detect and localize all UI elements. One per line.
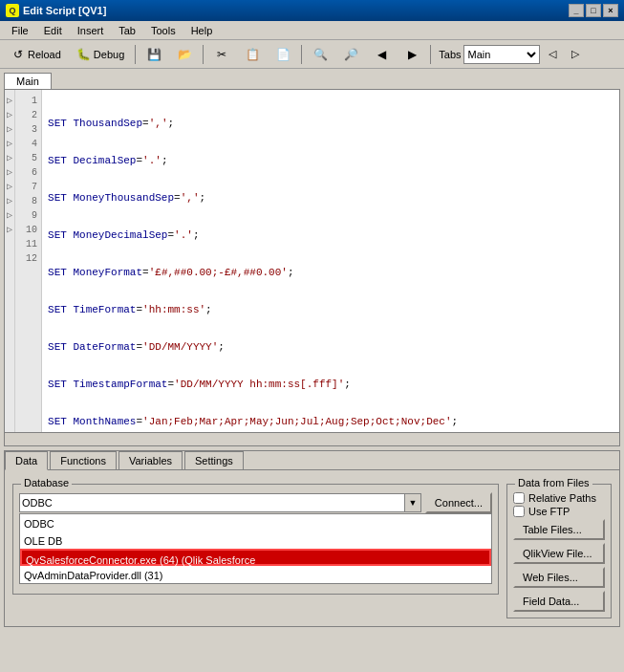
tab-nav-right[interactable]: ▷ bbox=[565, 43, 586, 66]
code-line-9: SET MonthNames='Jan;Feb;Mar;Apr;May;Jun;… bbox=[48, 415, 613, 429]
data-from-files-section: Data from Files Relative Paths Use FTP T… bbox=[506, 478, 612, 618]
linenum-5: 5 bbox=[19, 151, 37, 165]
maximize-button[interactable]: □ bbox=[586, 4, 601, 17]
arrow-8: ▷ bbox=[7, 194, 12, 208]
code-line-3: SET MoneyThousandSep=','; bbox=[48, 191, 613, 206]
files-buttons: Table Files... QlikView File... Web File… bbox=[513, 519, 605, 612]
use-ftp-row: Use FTP bbox=[513, 506, 605, 517]
database-title: Database bbox=[21, 477, 72, 488]
db-option-oledb[interactable]: OLE DB bbox=[20, 531, 491, 549]
debug-label: Debug bbox=[94, 49, 124, 60]
tab-nav-left[interactable]: ◁ bbox=[542, 43, 563, 66]
use-ftp-label: Use FTP bbox=[528, 506, 570, 517]
reload-button[interactable]: ↺ Reload bbox=[4, 43, 68, 66]
horizontal-scrollbar[interactable] bbox=[4, 433, 620, 446]
script-editor[interactable]: ▷ ▷ ▷ ▷ ▷ ▷ ▷ ▷ ▷ ▷ 1 2 3 4 5 6 7 bbox=[4, 89, 620, 433]
tab-settings[interactable]: Settings bbox=[184, 451, 244, 469]
menu-insert[interactable]: Insert bbox=[70, 23, 112, 38]
tab-nav-right-icon: ▷ bbox=[571, 48, 579, 60]
linenum-1: 1 bbox=[19, 94, 37, 108]
connect-button[interactable]: Connect... bbox=[425, 492, 492, 513]
db-current-value: ODBC bbox=[20, 497, 420, 509]
open-icon: 📂 bbox=[177, 47, 192, 62]
menu-file[interactable]: File bbox=[4, 23, 36, 38]
paste-button[interactable]: 📄 bbox=[269, 43, 297, 66]
debug-button[interactable]: 🐛 Debug bbox=[70, 43, 131, 66]
tab-functions[interactable]: Functions bbox=[50, 451, 117, 469]
field-data-button[interactable]: Field Data... bbox=[513, 591, 605, 612]
menu-tools[interactable]: Tools bbox=[143, 23, 183, 38]
linenum-8: 8 bbox=[19, 194, 37, 208]
close-button[interactable]: × bbox=[603, 4, 618, 17]
arrow-10: ▷ bbox=[7, 223, 12, 237]
main-area: Main ▷ ▷ ▷ ▷ ▷ ▷ ▷ ▷ ▷ ▷ 1 2 bbox=[0, 69, 624, 631]
minimize-button[interactable]: _ bbox=[569, 4, 584, 17]
title-text: Edit Script [QV1] bbox=[23, 5, 106, 16]
reload-label: Reload bbox=[28, 49, 61, 60]
copy-icon: 📋 bbox=[245, 47, 260, 62]
code-line-7: SET DateFormat='DD/MM/YYYY'; bbox=[48, 340, 613, 355]
tab-data[interactable]: Data bbox=[5, 451, 48, 470]
linenum-3: 3 bbox=[19, 122, 37, 137]
web-files-button[interactable]: Web Files... bbox=[513, 567, 605, 588]
linenum-2: 2 bbox=[19, 108, 37, 122]
nav-back-icon: ◀ bbox=[374, 47, 389, 62]
code-line-5: SET MoneyFormat='£#,##0.00;-£#,##0.00'; bbox=[48, 266, 613, 280]
qlikview-file-button[interactable]: QlikView File... bbox=[513, 543, 605, 564]
tab-nav-left-icon: ◁ bbox=[549, 48, 556, 60]
find-replace-button[interactable]: 🔎 bbox=[336, 43, 365, 66]
paste-icon: 📄 bbox=[275, 47, 290, 62]
db-dropdown-list: ODBC OLE DB QvSalesforceConnector.exe (6… bbox=[19, 513, 492, 584]
linenum-6: 6 bbox=[19, 165, 37, 180]
copy-button[interactable]: 📋 bbox=[238, 43, 267, 66]
db-option-admin[interactable]: QvAdminDataProvider.dll (31) bbox=[20, 566, 491, 583]
code-line-1: SET ThousandSep=','; bbox=[48, 117, 613, 131]
save-button[interactable]: 💾 bbox=[140, 43, 168, 66]
database-groupbox: Database ODBC ▼ Connect... bbox=[12, 484, 499, 595]
relative-paths-checkbox[interactable] bbox=[513, 492, 525, 504]
editor-tab-main[interactable]: Main bbox=[4, 73, 52, 89]
open-button[interactable]: 📂 bbox=[170, 43, 199, 66]
arrow-1: ▷ bbox=[7, 94, 12, 108]
find-replace-icon: 🔎 bbox=[343, 47, 358, 62]
search-icon: 🔍 bbox=[312, 47, 328, 62]
debug-icon: 🐛 bbox=[76, 47, 92, 62]
tab-variables[interactable]: Variables bbox=[118, 451, 183, 469]
db-dropdown-arrow[interactable]: ▼ bbox=[404, 493, 421, 512]
database-section: Database ODBC ▼ Connect... bbox=[12, 478, 499, 618]
code-line-8: SET TimestampFormat='DD/MM/YYYY hh:mm:ss… bbox=[48, 378, 613, 392]
arrow-11 bbox=[7, 237, 12, 251]
reload-icon: ↺ bbox=[11, 47, 26, 62]
search-button[interactable]: 🔍 bbox=[306, 43, 334, 66]
data-from-files-title: Data from Files bbox=[515, 477, 592, 488]
arrow-9: ▷ bbox=[7, 208, 12, 223]
linenum-9: 9 bbox=[19, 208, 37, 223]
code-area[interactable]: SET ThousandSep=','; SET DecimalSep='.';… bbox=[42, 90, 619, 433]
toolbar-sep-1 bbox=[135, 45, 136, 64]
app-icon: Q bbox=[6, 4, 19, 17]
toolbar-sep-4 bbox=[430, 45, 431, 64]
title-bar: Q Edit Script [QV1] _ □ × bbox=[0, 0, 624, 21]
menu-tab[interactable]: Tab bbox=[111, 23, 143, 38]
db-option-odbc[interactable]: ODBC bbox=[20, 514, 491, 531]
toolbar: ↺ Reload 🐛 Debug 💾 📂 ✂ 📋 📄 🔍 🔎 ◀ ▶ Tabs … bbox=[0, 40, 624, 69]
cut-button[interactable]: ✂ bbox=[207, 43, 236, 66]
bottom-content: Database ODBC ▼ Connect... bbox=[5, 470, 619, 626]
nav-forward-icon: ▶ bbox=[404, 47, 420, 62]
menu-help[interactable]: Help bbox=[183, 23, 221, 38]
table-files-button[interactable]: Table Files... bbox=[513, 519, 605, 540]
relative-paths-row: Relative Paths bbox=[513, 492, 605, 504]
linenum-12: 12 bbox=[19, 251, 37, 266]
db-select-container: ODBC ▼ bbox=[19, 493, 421, 512]
linenum-4: 4 bbox=[19, 137, 37, 151]
use-ftp-checkbox[interactable] bbox=[513, 506, 525, 517]
nav-back-button[interactable]: ◀ bbox=[367, 43, 396, 66]
toolbar-sep-3 bbox=[301, 45, 302, 64]
menu-edit[interactable]: Edit bbox=[36, 23, 70, 38]
arrow-4: ▷ bbox=[7, 137, 12, 151]
arrow-12 bbox=[7, 251, 12, 266]
nav-forward-button[interactable]: ▶ bbox=[398, 43, 426, 66]
tabs-dropdown[interactable]: Main bbox=[463, 45, 540, 64]
db-option-salesforce[interactable]: QvSalesforceConnector.exe (64) (Qlik Sal… bbox=[20, 549, 491, 566]
linenum-11: 11 bbox=[19, 237, 37, 251]
